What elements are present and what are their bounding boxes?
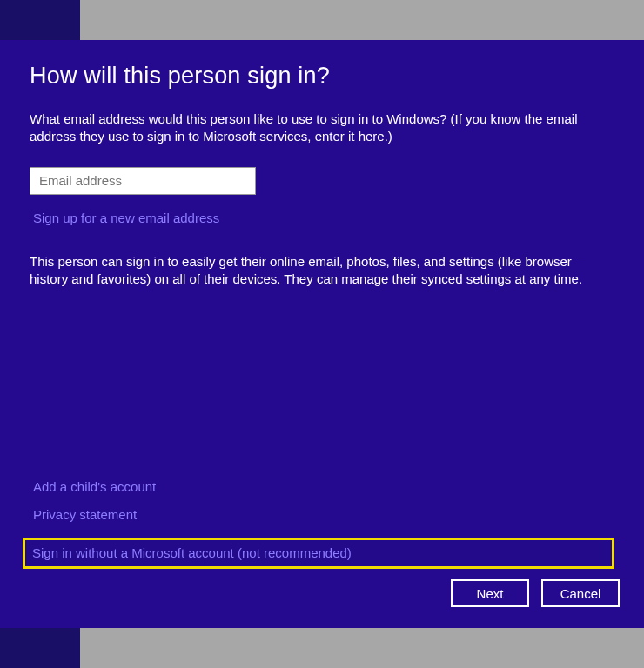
- dialog-buttons: Next Cancel: [451, 579, 620, 607]
- highlighted-option: Sign in without a Microsoft account (not…: [23, 538, 614, 569]
- benefits-text: This person can sign in to easily get th…: [30, 253, 604, 289]
- cancel-button[interactable]: Cancel: [541, 579, 620, 607]
- email-field[interactable]: [30, 167, 256, 195]
- add-child-account-link[interactable]: Add a child's account: [33, 479, 614, 494]
- secondary-links: Add a child's account Privacy statement …: [30, 479, 614, 569]
- signin-without-ms-account-link[interactable]: Sign in without a Microsoft account (not…: [32, 545, 352, 560]
- signin-dialog: How will this person sign in? What email…: [0, 40, 644, 628]
- privacy-statement-link[interactable]: Privacy statement: [33, 507, 614, 522]
- intro-text: What email address would this person lik…: [30, 110, 587, 146]
- signup-new-email-link[interactable]: Sign up for a new email address: [33, 210, 219, 225]
- background-accent-bottom: [0, 628, 80, 668]
- next-button[interactable]: Next: [451, 579, 529, 607]
- page-title: How will this person sign in?: [30, 63, 614, 90]
- background-accent-top: [0, 0, 80, 40]
